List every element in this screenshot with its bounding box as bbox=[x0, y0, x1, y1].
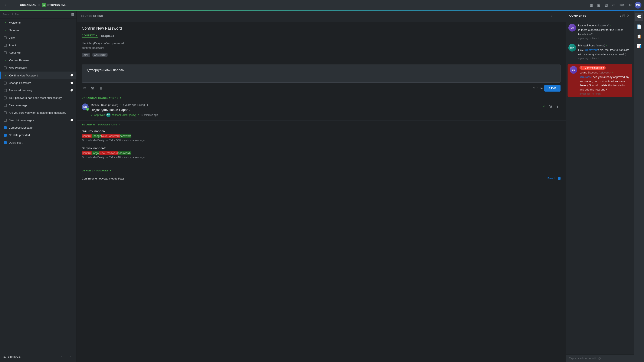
tm-source-icon: ⊙ bbox=[82, 138, 85, 142]
comment-lang: • French bbox=[590, 37, 599, 40]
tm-source-label: Umbrella Designs's TM bbox=[86, 139, 113, 142]
layout-split-button[interactable]: ▣ bbox=[596, 2, 602, 8]
sidebar-item-about-me[interactable]: About Me bbox=[0, 49, 76, 56]
source-prev-button[interactable]: ← bbox=[540, 13, 547, 19]
approve-button[interactable]: ✓ bbox=[542, 104, 547, 109]
split-button[interactable]: ⊞ bbox=[98, 85, 104, 92]
sidebar-item-label: No date provided bbox=[9, 134, 74, 137]
layout-side-button[interactable]: ▧ bbox=[603, 2, 609, 8]
sidebar-item-search-messages[interactable]: Search in messages 💬 bbox=[0, 116, 76, 124]
tm-sep: • bbox=[114, 139, 115, 142]
translation-textarea[interactable] bbox=[82, 64, 560, 82]
tm-entry-0: Змінити пароль ConfirmChange New Passwor… bbox=[82, 129, 560, 142]
tm-time: a year ago bbox=[132, 156, 144, 159]
square-icon bbox=[4, 141, 6, 144]
comment-handle: (l.stevens) bbox=[598, 24, 609, 27]
sidebar-item-change-password[interactable]: Change Password 💬 bbox=[0, 79, 76, 87]
sidebar-item-password-reset[interactable]: Your password has been reset successfull… bbox=[0, 94, 76, 102]
entry-verified-icon: ✓ bbox=[120, 104, 122, 106]
center-panel: SOURCE STRING ← → ⋮ Confirm New Password… bbox=[77, 10, 566, 362]
entry-actions: ✓ 🗑 ⋮ bbox=[542, 104, 560, 109]
sidebar-item-read-message[interactable]: Read message bbox=[0, 102, 76, 109]
comments-icon-button[interactable]: 💬 bbox=[635, 13, 643, 21]
search-input[interactable] bbox=[2, 13, 70, 16]
tm-section-header[interactable]: TM AND MT SUGGESTIONS ▼ bbox=[77, 121, 566, 128]
save-button[interactable]: SAVE bbox=[544, 85, 560, 92]
tab-context[interactable]: CONTEXT ▼ bbox=[82, 34, 98, 38]
list-icon-button[interactable]: 📋 bbox=[635, 32, 643, 40]
comment-verified-icon: ✓ bbox=[610, 24, 612, 27]
center-content: Confirm New Password CONTEXT ▼ REQUEST I… bbox=[77, 22, 566, 362]
main-layout: ⊟ ✓ Welcome! ✓ Save as... View About... … bbox=[0, 10, 644, 362]
tm-time: a year ago bbox=[132, 139, 144, 142]
mention: @l.stevens bbox=[584, 48, 598, 52]
sidebar-item-label: About Me bbox=[9, 51, 74, 54]
square-icon bbox=[4, 96, 6, 100]
tm-section: Змінити пароль ConfirmChange New Passwor… bbox=[77, 128, 566, 167]
square-icon bbox=[4, 89, 6, 92]
sidebar-item-about[interactable]: About... bbox=[0, 42, 76, 49]
sidebar-item-delete-message[interactable]: Are you sure you want to delete this mes… bbox=[0, 109, 76, 116]
delete-translation-button[interactable]: 🗑 bbox=[548, 104, 554, 109]
sidebar-item-label: About... bbox=[9, 44, 74, 47]
tm-translation-text: Змінити пароль bbox=[82, 129, 560, 133]
comment-reply-input[interactable] bbox=[569, 357, 631, 360]
sidebar-prev-button[interactable]: ← bbox=[58, 354, 66, 360]
sidebar-item-new-password[interactable]: New Password bbox=[0, 64, 76, 72]
copy-button[interactable]: ⧉ bbox=[82, 85, 88, 91]
sidebar-item-save-as[interactable]: ✓ Save as... bbox=[0, 26, 76, 34]
add-button[interactable]: + bbox=[636, 350, 642, 360]
square-icon bbox=[4, 44, 6, 47]
comment-text: @m.ross I see you already approved my tr… bbox=[580, 75, 630, 92]
chart-icon-button[interactable]: 📊 bbox=[635, 42, 643, 50]
source-string-section: Confirm New Password CONTEXT ▼ REQUEST I… bbox=[77, 22, 566, 61]
file-icon-button[interactable]: 📄 bbox=[635, 22, 643, 31]
comment-time: a year ago bbox=[578, 57, 589, 60]
comments-title: COMMENTS bbox=[569, 14, 619, 17]
entry-content: Michael Ross (m.ross) ✓ 4 years ago Rati… bbox=[91, 104, 540, 117]
comment-content-1: Michael Ross (m.ross) ✓ Hey, @l.stevens!… bbox=[578, 44, 631, 60]
expand-panel-button[interactable]: ⊟ bbox=[622, 13, 626, 18]
comment-text: Is there a specific limit for the French… bbox=[578, 28, 631, 36]
sidebar-search-bar: ⊟ bbox=[0, 10, 76, 19]
tm-source-label: Umbrella Designs's TM bbox=[86, 156, 113, 159]
settings-button[interactable]: ⚙ bbox=[628, 2, 633, 8]
sidebar-item-label: Search in messages bbox=[9, 118, 68, 122]
comment-meta: a year ago • French bbox=[580, 92, 630, 95]
filter-button[interactable]: ⊟ bbox=[71, 12, 74, 16]
sidebar-item-compose-message[interactable]: Compose Message bbox=[0, 124, 76, 132]
sidebar-item-current-password[interactable]: ✓ Current Password bbox=[0, 56, 76, 64]
delete-button[interactable]: 🗑 bbox=[89, 85, 96, 91]
tm-match: 50% match bbox=[116, 139, 129, 142]
file-name-label: STRINGS.XML bbox=[48, 4, 66, 6]
mention: @m.ross bbox=[580, 76, 590, 78]
source-next-button[interactable]: → bbox=[548, 13, 554, 19]
source-more-button[interactable]: ⋮ bbox=[555, 13, 561, 19]
sidebar-item-confirm-new-password[interactable]: ✓ Confirm New Password 💬 bbox=[0, 72, 76, 79]
sidebar-item-label: Confirm New Password bbox=[9, 74, 68, 77]
source-string-label: SOURCE STRING bbox=[81, 15, 540, 17]
sidebar-item-view[interactable]: View bbox=[0, 34, 76, 42]
sidebar-item-no-date[interactable]: No date provided bbox=[0, 132, 76, 139]
sidebar-item-quick-start[interactable]: Quick Start bbox=[0, 139, 76, 146]
tab-request[interactable]: REQUEST bbox=[101, 34, 114, 38]
user-avatar[interactable]: MR bbox=[635, 2, 642, 8]
sidebar-item-welcome[interactable]: ✓ Welcome! bbox=[0, 19, 76, 26]
keyboard-button[interactable]: ⌨ bbox=[618, 2, 626, 8]
approver-verified-icon: ✓ bbox=[137, 114, 139, 116]
sidebar-next-button[interactable]: → bbox=[66, 354, 73, 360]
translations-section-header[interactable]: UKRAINIAN TRANSLATIONS ▼ bbox=[77, 94, 566, 101]
sidebar-item-password-recovery[interactable]: Password recovery 💬 bbox=[0, 87, 76, 94]
source-string-header: SOURCE STRING ← → ⋮ bbox=[77, 10, 566, 22]
comment-username: Michael Ross bbox=[578, 44, 595, 47]
sidebar-item-label: View bbox=[9, 36, 74, 40]
more-button[interactable]: ⋮ bbox=[554, 104, 560, 109]
menu-button[interactable]: ☰ bbox=[12, 2, 18, 8]
other-lang-section-header[interactable]: OTHER LANGUAGES ▼ bbox=[77, 167, 566, 174]
close-panel-button[interactable]: ✕ bbox=[626, 13, 630, 18]
back-button[interactable]: ← bbox=[2, 2, 10, 8]
sidebar-list: ✓ Welcome! ✓ Save as... View About... Ab… bbox=[0, 19, 76, 351]
layout-grid-button[interactable]: ▦ bbox=[588, 2, 594, 8]
comments-panel: COMMENTS 3 ⊟ ✕ LS Leane Stevens (l.steve… bbox=[566, 10, 634, 362]
terminal-button[interactable]: ▭ bbox=[611, 2, 616, 8]
